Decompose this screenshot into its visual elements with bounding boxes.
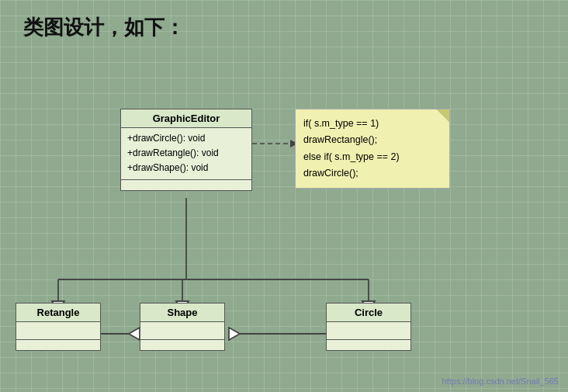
note-line-2: drawRectangle(); [303,132,442,148]
shape-class: Shape [140,303,225,351]
circle-class: Circle [326,303,411,351]
method-1: +drawCircle(): void [127,131,245,146]
circle-body [327,322,410,339]
circle-footer [327,339,410,350]
retangle-footer [16,339,100,350]
note-line-1: if( s.m_type == 1) [303,116,442,132]
graphic-editor-name: GraphicEditor [121,109,251,128]
graphic-editor-class: GraphicEditor +drawCircle(): void +drawR… [120,109,252,191]
retangle-body [16,322,100,339]
note-box: if( s.m_type == 1) drawRectangle(); else… [295,109,450,189]
watermark: https://blog.csdn.net/Snail_565 [442,376,559,386]
method-2: +drawRetangle(): void [127,146,245,161]
graphic-editor-methods: +drawCircle(): void +drawRetangle(): voi… [121,128,251,179]
page-title: 类图设计，如下： [23,14,185,41]
svg-marker-13 [229,328,240,340]
method-3: +drawShape(): void [127,161,245,175]
retangle-name: Retangle [16,304,100,322]
shape-name: Shape [140,304,224,322]
circle-name: Circle [327,304,410,322]
shape-body [140,322,224,339]
shape-footer [140,339,224,350]
graphic-editor-footer [121,179,251,190]
note-line-3: else if( s.m_type == 2) [303,149,442,165]
note-line-4: drawCircle(); [303,165,442,182]
retangle-class: Retangle [16,303,101,351]
svg-marker-11 [129,328,140,340]
